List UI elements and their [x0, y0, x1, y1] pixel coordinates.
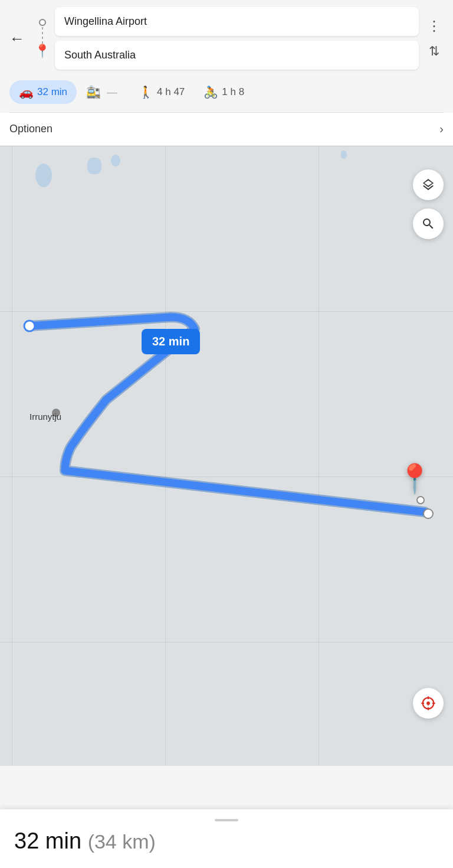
bike-duration: 1 h 8: [222, 86, 244, 98]
drag-handle: [215, 819, 238, 821]
walk-duration: 4 h 47: [157, 86, 185, 98]
transport-walk[interactable]: 🚶 4 h 47: [129, 80, 194, 104]
connector-line: [42, 27, 43, 44]
optionen-label: Optionen: [9, 123, 52, 135]
bike-icon: 🚴: [203, 85, 218, 99]
origin-input[interactable]: [55, 7, 419, 36]
origin-dot: [39, 19, 46, 26]
more-button[interactable]: ⋮: [425, 15, 444, 37]
bottom-distance-text: (34 km): [88, 830, 156, 853]
transport-bike[interactable]: 🚴 1 h 8: [194, 80, 254, 104]
transit-duration: —: [107, 86, 117, 99]
transport-car[interactable]: 🚗 32 min: [9, 80, 77, 104]
bottom-duration: 32 min (34 km): [14, 828, 439, 854]
route-inputs: [55, 7, 419, 70]
optionen-chevron-icon: ›: [439, 122, 444, 136]
svg-point-0: [24, 321, 35, 331]
destination-pin-icon: 📍: [34, 45, 50, 58]
walk-icon: 🚶: [139, 85, 153, 99]
map-search-button[interactable]: [413, 208, 444, 239]
back-button[interactable]: ←: [9, 28, 29, 48]
optionen-bar[interactable]: Optionen ›: [0, 113, 453, 146]
map-area: 32 min Irrunytju 📍 ?: [0, 146, 453, 766]
location-button[interactable]: ?: [413, 688, 444, 719]
transport-bar: 🚗 32 min 🚉 — 🚶 4 h 47 🚴 1 h 8: [9, 74, 444, 113]
svg-point-1: [424, 509, 433, 518]
search-icon: [421, 217, 435, 231]
bottom-duration-text: 32 min: [14, 828, 81, 853]
car-icon: 🚗: [19, 85, 34, 99]
layers-button[interactable]: [413, 169, 444, 200]
route-svg: [0, 146, 453, 766]
transit-icon: 🚉: [86, 85, 101, 99]
layers-icon: [421, 178, 435, 192]
header: ← 📍 ⋮ ⇅ 🚗 32 min 🚉 — 🚶 4 h 47: [0, 0, 453, 113]
transport-transit[interactable]: 🚉 —: [77, 80, 129, 104]
irrunytju-label: Irrunytju: [29, 412, 61, 422]
location-crosshair-icon: ?: [420, 695, 436, 712]
destination-input[interactable]: [55, 41, 419, 70]
car-duration: 32 min: [37, 86, 67, 98]
svg-text:?: ?: [427, 702, 430, 707]
swap-button[interactable]: ⇅: [425, 41, 444, 61]
route-time-label[interactable]: 32 min: [142, 329, 200, 354]
destination-map-pin: 📍: [397, 465, 432, 493]
route-connector: 📍: [29, 19, 55, 58]
destination-pin-base: [416, 496, 425, 504]
bottom-bar: 32 min (34 km): [0, 809, 453, 868]
